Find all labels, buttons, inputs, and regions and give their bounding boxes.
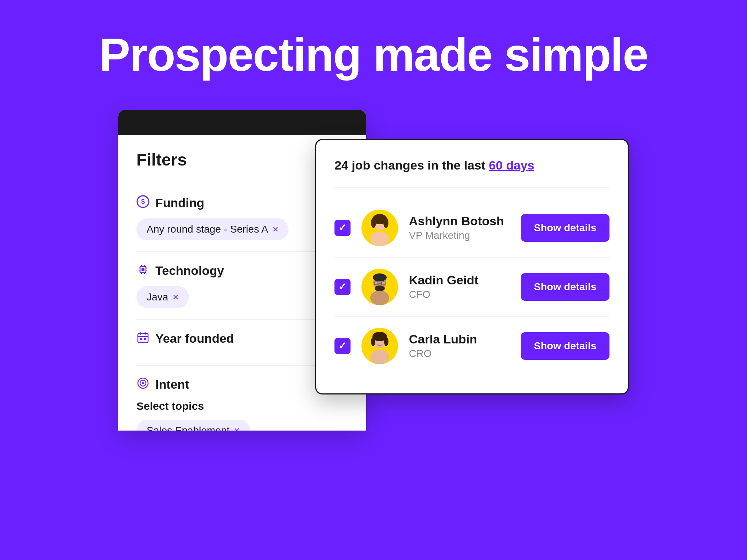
svg-point-37 bbox=[370, 350, 389, 364]
avatar-carla bbox=[361, 328, 398, 364]
show-details-button-ashlynn[interactable]: Show details bbox=[521, 214, 609, 242]
technology-tag-remove[interactable]: × bbox=[173, 291, 178, 303]
svg-point-29 bbox=[370, 291, 389, 305]
results-header-text: 24 job changes in the last bbox=[334, 158, 489, 172]
checkbox-carla[interactable] bbox=[334, 338, 351, 354]
results-panel: 24 job changes in the last 60 days As bbox=[315, 139, 629, 394]
svg-rect-3 bbox=[142, 268, 144, 271]
svg-rect-32 bbox=[374, 282, 378, 285]
person-name-ashlynn: Ashlynn Botosh bbox=[409, 214, 510, 228]
svg-point-31 bbox=[375, 285, 385, 291]
funding-tag-series-a[interactable]: Any round stage - Series A × bbox=[136, 218, 289, 240]
checkbox-kadin[interactable] bbox=[334, 279, 351, 295]
svg-point-39 bbox=[371, 337, 375, 346]
sales-enablement-tag-remove[interactable]: × bbox=[234, 425, 240, 431]
svg-point-40 bbox=[384, 337, 388, 346]
show-details-button-kadin[interactable]: Show details bbox=[521, 273, 609, 301]
results-divider bbox=[334, 187, 609, 188]
technology-tag-java[interactable]: Java × bbox=[136, 286, 189, 308]
svg-rect-16 bbox=[140, 338, 142, 340]
intent-tags: Sales Enablement × Lead Generation × bbox=[136, 420, 348, 431]
funding-tag-label: Any round stage - Series A bbox=[147, 223, 268, 235]
svg-point-30 bbox=[373, 273, 387, 281]
person-info-kadin: Kadin Geidt CFO bbox=[409, 273, 510, 300]
person-row-carla: Carla Lubin CRO Show details bbox=[334, 317, 609, 375]
results-header-link[interactable]: 60 days bbox=[489, 158, 534, 172]
technology-tag-label: Java bbox=[147, 291, 168, 303]
svg-rect-12 bbox=[138, 334, 148, 342]
person-row-kadin: Kadin Geidt CFO Show details bbox=[334, 258, 609, 317]
avatar-kadin bbox=[361, 269, 398, 305]
svg-rect-17 bbox=[144, 338, 146, 340]
technology-label: Technology bbox=[155, 264, 224, 278]
dollar-circle-icon: $ bbox=[136, 195, 150, 211]
svg-point-25 bbox=[371, 218, 376, 228]
select-topics-label: Select topics bbox=[136, 400, 348, 412]
person-name-carla: Carla Lubin bbox=[409, 332, 510, 346]
person-info-ashlynn: Ashlynn Botosh VP Marketing bbox=[409, 214, 510, 241]
year-founded-label: Year founded bbox=[155, 331, 234, 346]
funding-tag-remove[interactable]: × bbox=[272, 223, 278, 235]
person-name-kadin: Kadin Geidt bbox=[409, 273, 510, 287]
ui-container: Filters $ Funding Any round stage - Seri… bbox=[118, 110, 629, 438]
person-info-carla: Carla Lubin CRO bbox=[409, 332, 510, 359]
filters-header-bar bbox=[118, 110, 366, 135]
svg-point-23 bbox=[370, 232, 389, 246]
checkbox-ashlynn[interactable] bbox=[334, 220, 351, 236]
svg-rect-33 bbox=[382, 282, 385, 285]
target-icon bbox=[136, 377, 150, 393]
calendar-icon bbox=[136, 331, 150, 347]
person-title-ashlynn: VP Marketing bbox=[409, 230, 510, 241]
hero-title: Prospecting made simple bbox=[99, 29, 648, 81]
show-details-button-carla[interactable]: Show details bbox=[521, 332, 609, 360]
intent-tag-sales-enablement[interactable]: Sales Enablement × bbox=[136, 420, 250, 431]
avatar-ashlynn bbox=[361, 210, 398, 246]
funding-label: Funding bbox=[155, 196, 204, 210]
svg-text:$: $ bbox=[141, 198, 145, 205]
chip-icon bbox=[136, 263, 150, 279]
person-row-ashlynn: Ashlynn Botosh VP Marketing Show details bbox=[334, 199, 609, 258]
intent-label: Intent bbox=[155, 377, 189, 392]
person-title-carla: CRO bbox=[409, 348, 510, 359]
person-title-kadin: CFO bbox=[409, 289, 510, 300]
sales-enablement-tag-label: Sales Enablement bbox=[147, 425, 229, 431]
svg-point-26 bbox=[383, 218, 388, 228]
results-header: 24 job changes in the last 60 days bbox=[334, 158, 609, 172]
svg-point-20 bbox=[142, 382, 144, 384]
